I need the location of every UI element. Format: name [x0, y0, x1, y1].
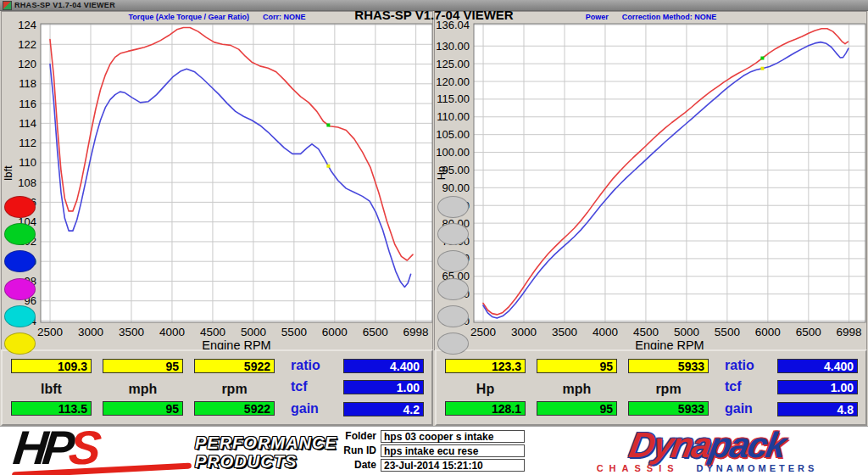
y-tick-label: 120 [18, 58, 36, 70]
x-tick-label: 3000 [78, 326, 103, 338]
folder-field[interactable]: hps 03 cooper s intake [381, 430, 525, 443]
run-id-label: Run ID [315, 444, 376, 457]
run-select-button-5[interactable] [4, 305, 36, 327]
dynapack-chassis-text: CHASSIS [597, 463, 680, 473]
y-tick-label: 114 [19, 117, 36, 130]
dynapack-logo: Dynapack CHASSIS DYNAMOMETERS [549, 428, 865, 475]
x-tick-label: 5000 [241, 326, 266, 338]
hps-logo-s: S [67, 421, 99, 474]
power-chart-panel: 136.04130.00125.00120.00115.00110.00105.… [434, 11, 867, 350]
date-row: Date23-Jul-2014 15:21:10 [315, 459, 525, 472]
x-tick-label: 6998 [837, 326, 862, 338]
y-tick-label: 115.00 [437, 92, 470, 105]
run-select-button-3[interactable] [4, 250, 36, 272]
torque-correction-label: Corr: NONE [263, 13, 306, 21]
tcf-value: 1.00 [343, 380, 424, 394]
x-tick-label: 4500 [200, 326, 225, 338]
plot-area [41, 24, 432, 322]
x-tick-label: 5500 [715, 326, 740, 338]
run-select-button-2[interactable] [4, 223, 36, 245]
power-correction-label: Correction Method: NONE [622, 13, 717, 21]
x-tick-label: 3500 [552, 326, 577, 338]
power-readout-panel: 123.3 95 5933 Hp mph rpm 128.1 95 5933 r… [435, 349, 867, 426]
x-tick-label: 4500 [633, 326, 659, 338]
dynapack-pack-text: pack [706, 425, 787, 465]
y-tick-label: 90.00 [442, 182, 470, 194]
y-tick-label: 108 [18, 176, 36, 189]
speed-cursor-b-value: 95 [103, 401, 183, 416]
x-tick-label: 5500 [281, 326, 307, 338]
x-axis-title: Engine RPM [635, 338, 704, 349]
gain-label: gain [291, 401, 319, 416]
torque-cursor-b-value: 113.5 [11, 401, 92, 416]
ratio-value: 4.400 [343, 359, 424, 373]
run-id-field[interactable]: hps intake ecu rese [381, 444, 525, 457]
plot-area [474, 24, 865, 322]
x-tick-label: 6000 [322, 326, 348, 338]
gain-value: 4.8 [777, 402, 858, 416]
window-titlebar[interactable]: RHAS-SP V1.7-04 VIEWER [0, 0, 868, 11]
y-tick-label: 112 [19, 137, 36, 149]
ratio-value: 4.400 [777, 359, 858, 373]
dynapack-logo-word: Dynapack [546, 428, 867, 463]
y-tick-label: 122 [18, 38, 36, 51]
torque-unit-label: lbft [11, 382, 92, 397]
run-select-button-disabled-2[interactable] [437, 223, 469, 245]
run-select-button-disabled-6[interactable] [437, 332, 469, 355]
app-icon [3, 1, 12, 10]
x-axis-title: Engine RPM [202, 338, 270, 349]
dynapack-dynamometers-text: DYNAMOMETERS [697, 463, 818, 473]
x-tick-label: 2500 [37, 326, 63, 338]
torque-caption-text: Torque (Axle Torque / Gear Ratio) [128, 13, 249, 21]
rpm-cursor-a-value: 5922 [194, 359, 275, 373]
speed-unit-label: mph [103, 382, 183, 397]
torque-readout-panel: 109.3 95 5922 lbft mph rpm 113.5 95 5922… [1, 349, 433, 426]
titlebar-title: RHAS-SP V1.7-04 VIEWER [14, 1, 115, 9]
cursor-marker [326, 165, 330, 168]
folder-row: Folderhps 03 cooper s intake [315, 430, 525, 443]
x-tick-label: 4000 [159, 326, 185, 338]
run-select-button-disabled-3[interactable] [437, 250, 469, 272]
dynapack-dyna-text: Dyna [626, 425, 714, 465]
dynapack-logo-tagline: CHASSIS DYNAMOMETERS [549, 463, 865, 473]
torque-chart: 1241221201181161141121101081061041021009… [2, 12, 432, 349]
gain-label: gain [725, 401, 753, 416]
run-select-button-disabled-4[interactable] [437, 278, 469, 300]
x-tick-label: 6000 [755, 326, 781, 338]
torque-chart-panel: 1241221201181161141121101081061041021009… [1, 11, 433, 350]
speed-cursor-b-value: 95 [537, 401, 617, 416]
run-select-button-disabled-5[interactable] [437, 305, 469, 327]
x-tick-label: 5000 [674, 326, 699, 338]
x-tick-label: 2500 [470, 326, 496, 338]
x-tick-label: 6500 [363, 326, 388, 338]
run-select-button-disabled-1[interactable] [437, 196, 469, 218]
date-field[interactable]: 23-Jul-2014 15:21:10 [381, 459, 525, 472]
y-tick-label: 130.00 [436, 40, 470, 53]
y-tick-label: 125.00 [436, 58, 470, 70]
y-tick-label: 116 [19, 98, 36, 110]
y-tick-label: 110.00 [437, 110, 470, 123]
rpm-cursor-b-value: 5933 [628, 401, 709, 416]
rpm-cursor-b-value: 5922 [194, 401, 275, 416]
footer: HPS PERFORMANCE PRODUCTS Folderhps 03 co… [0, 426, 868, 475]
rpm-cursor-a-value: 5933 [628, 359, 709, 373]
run-select-button-1[interactable] [4, 196, 36, 218]
run-select-button-4[interactable] [4, 278, 36, 300]
y-tick-label: 118 [19, 77, 36, 90]
rpm-unit-label: rpm [194, 382, 275, 397]
power-cursor-b-value: 128.1 [445, 401, 526, 416]
hps-logo-hp: HP [11, 421, 72, 474]
run-select-button-6[interactable] [4, 332, 36, 355]
torque-cursor-a-value: 109.3 [11, 359, 92, 373]
speed-cursor-a-value: 95 [103, 359, 183, 373]
x-tick-label: 6500 [796, 326, 821, 338]
x-tick-label: 3500 [119, 326, 144, 338]
y-tick-label: 110 [19, 156, 36, 169]
x-tick-label: 4000 [593, 326, 618, 338]
gain-value: 4.2 [343, 402, 424, 416]
folder-label: Folder [315, 430, 376, 443]
ratio-label: ratio [725, 358, 754, 373]
power-chart-caption: PowerCorrection Method: NONE [435, 13, 867, 21]
dyno-viewer-window: RHAS-SP V1.7-04 VIEWER RHAS-SP V1.7-04 V… [0, 0, 868, 475]
power-cursor-a-value: 123.3 [445, 359, 526, 373]
